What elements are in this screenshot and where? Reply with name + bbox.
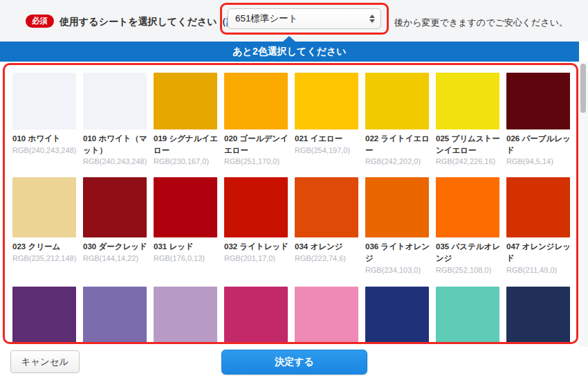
- palette-row: 010 ホワイトRGB(240,243,248)010 ホワイト（マット）RGB…: [12, 73, 576, 165]
- sheet-type-select[interactable]: 651標準シート: [228, 8, 381, 29]
- color-swatch[interactable]: [83, 287, 147, 344]
- color-swatch[interactable]: [83, 73, 147, 129]
- color-swatch[interactable]: [83, 177, 147, 237]
- color-swatch-cell[interactable]: 025 プリムストーンイエローRGB(242,226,16): [436, 73, 499, 165]
- color-swatch[interactable]: [224, 287, 288, 344]
- color-select-dialog: 必須 使用するシートを選択してください（詳細） 651標準シート 後から変更でき…: [0, 0, 588, 378]
- color-rgb-value: RGB(201,17,0): [224, 254, 288, 262]
- color-rgb-value: RGB(252,108,0): [436, 266, 499, 274]
- scrollbar-track[interactable]: [579, 62, 588, 347]
- color-swatch[interactable]: [436, 177, 499, 237]
- color-rgb-value: RGB(230,167,0): [154, 157, 217, 165]
- color-name: 035 パステルオレンジ: [436, 241, 508, 264]
- color-name: 031 レッド: [154, 241, 226, 253]
- sheet-select-highlight-box: 651標準シート: [220, 3, 389, 35]
- color-swatch[interactable]: [224, 73, 288, 129]
- selection-notice-text: あと2色選択してください: [232, 46, 346, 58]
- color-swatch[interactable]: [365, 177, 429, 237]
- color-swatch[interactable]: [506, 287, 570, 344]
- color-swatch-cell[interactable]: 035 パステルオレンジRGB(252,108,0): [436, 177, 499, 273]
- color-rgb-value: RGB(242,226,16): [436, 157, 499, 165]
- color-name: 047 オレンジレッド: [506, 241, 578, 264]
- selection-notice-bar: あと2色選択してください: [0, 42, 579, 62]
- color-swatch[interactable]: [295, 73, 358, 129]
- color-swatch-cell[interactable]: [365, 287, 429, 344]
- title-text: 使用するシートを選択してください: [59, 16, 217, 27]
- color-swatch[interactable]: [12, 177, 76, 237]
- color-swatch[interactable]: [154, 73, 217, 129]
- color-swatch[interactable]: [295, 177, 358, 237]
- scrollbar-thumb[interactable]: [580, 64, 586, 113]
- color-name: 010 ホワイト: [12, 133, 84, 145]
- color-swatch-cell[interactable]: [295, 287, 358, 344]
- palette-grid: 010 ホワイトRGB(240,243,248)010 ホワイト（マット）RGB…: [5, 73, 576, 344]
- color-swatch-cell[interactable]: 023 クリームRGB(235,212,148): [12, 177, 76, 273]
- color-rgb-value: RGB(144,14,22): [83, 254, 147, 262]
- color-swatch-cell[interactable]: 034 オレンジRGB(223,74,6): [295, 177, 358, 273]
- color-name: 020 ゴールデンイエロー: [224, 133, 296, 156]
- cancel-button[interactable]: キャンセル: [10, 350, 80, 373]
- confirm-button[interactable]: 決定する: [221, 350, 367, 375]
- color-swatch[interactable]: [154, 177, 217, 237]
- color-name: 019 シグナルイエロー: [154, 133, 226, 156]
- color-swatch-cell[interactable]: 022 ライトイエローRGB(242,202,0): [365, 73, 429, 165]
- color-rgb-value: RGB(235,212,148): [12, 254, 76, 262]
- reassurance-text: 後から変更できますのでご安心ください。: [394, 17, 568, 29]
- color-swatch[interactable]: [365, 287, 429, 344]
- color-swatch-cell[interactable]: [436, 287, 499, 344]
- sheet-select-header: 必須 使用するシートを選択してください（詳細） 651標準シート 後から変更でき…: [0, 0, 588, 42]
- color-swatch-cell[interactable]: 047 オレンジレッドRGB(211,49,0): [506, 177, 570, 273]
- color-swatch-cell[interactable]: [224, 287, 288, 344]
- color-swatch[interactable]: [436, 287, 499, 344]
- color-name: 026 パープルレッド: [506, 133, 578, 156]
- color-swatch-cell[interactable]: 019 シグナルイエローRGB(230,167,0): [154, 73, 217, 165]
- color-swatch-cell[interactable]: [83, 287, 147, 344]
- color-rgb-value: RGB(176,0,13): [154, 254, 217, 262]
- color-swatch-cell[interactable]: 021 イエローRGB(254,197,0): [295, 73, 358, 165]
- color-swatch[interactable]: [224, 177, 288, 237]
- color-swatch-cell[interactable]: 031 レッドRGB(176,0,13): [154, 177, 217, 273]
- color-name: 032 ライトレッド: [224, 241, 296, 253]
- color-swatch-cell[interactable]: [506, 287, 570, 344]
- color-name: 023 クリーム: [12, 241, 84, 253]
- palette-row: 023 クリームRGB(235,212,148)030 ダークレッドRGB(14…: [12, 177, 576, 273]
- color-rgb-value: RGB(242,202,0): [365, 157, 429, 165]
- color-swatch-cell[interactable]: 010 ホワイトRGB(240,243,248): [12, 73, 76, 165]
- color-name: 010 ホワイト（マット）: [83, 133, 155, 156]
- color-name: 022 ライトイエロー: [365, 133, 437, 156]
- color-rgb-value: RGB(240,243,248): [12, 146, 76, 154]
- color-rgb-value: RGB(251,170,0): [224, 157, 288, 165]
- color-swatch-cell[interactable]: 036 ライトオレンジRGB(234,103,0): [365, 177, 429, 273]
- color-swatch-cell[interactable]: 030 ダークレッドRGB(144,14,22): [83, 177, 147, 273]
- color-name: 030 ダークレッド: [83, 241, 155, 253]
- color-swatch-cell[interactable]: [154, 287, 217, 344]
- color-name: 025 プリムストーンイエロー: [436, 133, 508, 156]
- color-swatch-cell[interactable]: [12, 287, 76, 344]
- select-stepper-icon: [369, 15, 375, 23]
- color-swatch-cell[interactable]: 026 パープルレッドRGB(94,5,14): [506, 73, 570, 165]
- sheet-type-select-value: 651標準シート: [235, 12, 298, 25]
- color-swatch[interactable]: [436, 73, 499, 129]
- color-swatch[interactable]: [295, 287, 358, 344]
- required-badge: 必須: [26, 15, 54, 28]
- color-rgb-value: RGB(94,5,14): [506, 157, 570, 165]
- color-swatch[interactable]: [12, 287, 76, 344]
- color-swatch[interactable]: [154, 287, 217, 344]
- color-swatch-cell[interactable]: 020 ゴールデンイエローRGB(251,170,0): [224, 73, 288, 165]
- color-rgb-value: RGB(223,74,6): [295, 254, 358, 262]
- color-swatch-cell[interactable]: 032 ライトレッドRGB(201,17,0): [224, 177, 288, 273]
- color-name: 034 オレンジ: [295, 241, 367, 253]
- notice-pointer-arrow: [283, 36, 295, 42]
- color-grid-panel: 010 ホワイトRGB(240,243,248)010 ホワイト（マット）RGB…: [3, 63, 578, 344]
- color-name: 021 イエロー: [295, 133, 367, 145]
- color-rgb-value: RGB(211,49,0): [506, 266, 570, 274]
- color-swatch[interactable]: [506, 73, 570, 129]
- color-swatch-cell[interactable]: 010 ホワイト（マット）RGB(240,243,248): [83, 73, 147, 165]
- color-rgb-value: RGB(240,243,248): [83, 157, 147, 165]
- palette-row: [12, 287, 576, 344]
- color-swatch[interactable]: [365, 73, 429, 129]
- color-rgb-value: RGB(254,197,0): [295, 146, 358, 154]
- color-name: 036 ライトオレンジ: [365, 241, 437, 264]
- color-swatch[interactable]: [506, 177, 570, 237]
- color-swatch[interactable]: [12, 73, 76, 129]
